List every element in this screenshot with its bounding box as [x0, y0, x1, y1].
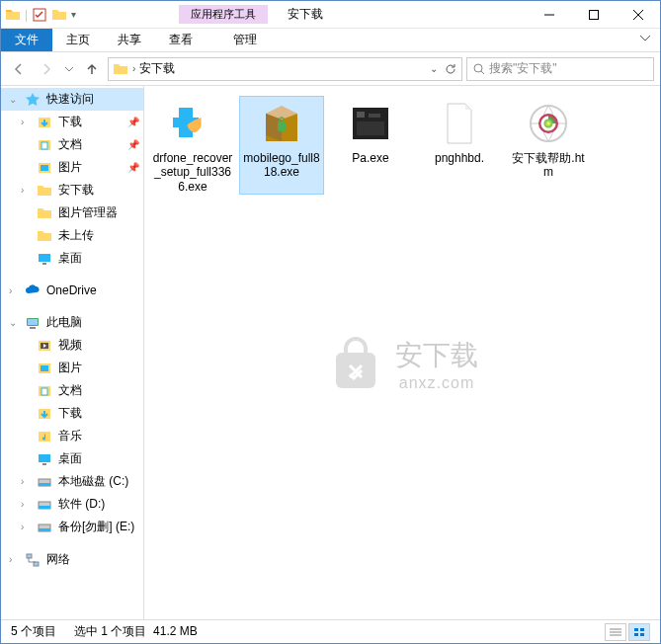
context-tab-label: 应用程序工具: [179, 5, 268, 24]
desktop-icon: [37, 251, 52, 267]
svg-rect-51: [640, 633, 644, 636]
chevron-icon[interactable]: ›: [21, 522, 31, 532]
tab-share[interactable]: 共享: [104, 29, 155, 51]
file-name: mobilego_full818.exe: [241, 151, 322, 180]
status-item-count: 5 个项目: [11, 623, 56, 640]
sidebar-item[interactable]: 桌面: [1, 247, 143, 270]
breadcrumb-chevron-icon[interactable]: ›: [132, 63, 135, 74]
sidebar-item[interactable]: 图片📌: [1, 156, 143, 179]
file-name: pnghhbd.: [435, 151, 484, 165]
minimize-button[interactable]: [527, 1, 571, 29]
tab-file[interactable]: 文件: [1, 29, 52, 51]
address-bar[interactable]: › 安下载 ⌄: [108, 57, 462, 81]
sidebar-item[interactable]: 视频: [1, 334, 143, 357]
file-item[interactable]: Pa.exe: [328, 96, 413, 195]
svg-rect-34: [34, 562, 39, 566]
svg-rect-25: [39, 454, 50, 462]
download-icon: [37, 115, 52, 130]
up-button[interactable]: [80, 57, 104, 81]
chevron-icon[interactable]: ›: [21, 476, 31, 487]
chevron-icon[interactable]: ›: [21, 117, 31, 127]
sidebar-item-label: 桌面: [58, 450, 82, 467]
watermark-text: 安下载: [395, 337, 478, 374]
chevron-down-icon[interactable]: ⌄: [9, 94, 19, 105]
sidebar-item[interactable]: ›安下载: [1, 179, 143, 201]
chevron-right-icon[interactable]: ›: [9, 285, 19, 296]
sidebar-item-label: 安下载: [58, 182, 94, 199]
chevron-icon[interactable]: ›: [21, 499, 31, 510]
network-icon: [25, 552, 41, 568]
sidebar-item[interactable]: 音乐: [1, 425, 143, 447]
sidebar-item[interactable]: 图片: [1, 357, 143, 379]
breadcrumb-segment[interactable]: 安下载: [139, 60, 175, 77]
tab-home[interactable]: 主页: [52, 29, 104, 51]
close-button[interactable]: [616, 1, 660, 29]
svg-rect-33: [27, 554, 32, 558]
sidebar-item[interactable]: ›软件 (D:): [1, 493, 143, 516]
sidebar-item-label: 图片管理器: [58, 204, 118, 221]
ribbon-expand-button[interactable]: [630, 29, 660, 51]
address-dropdown-icon[interactable]: ⌄: [430, 63, 438, 74]
sidebar-quick-access[interactable]: ⌄ 快速访问: [1, 88, 143, 111]
sidebar-item[interactable]: 下载: [1, 402, 143, 425]
titlebar: | ▾ 应用程序工具 安下载: [1, 1, 660, 29]
sidebar-onedrive[interactable]: › OneDrive: [1, 280, 143, 301]
file-icon: [436, 100, 483, 147]
svg-rect-41: [357, 121, 384, 135]
svg-line-6: [481, 71, 484, 74]
refresh-button[interactable]: [444, 62, 457, 76]
view-details-button[interactable]: [605, 623, 626, 641]
sidebar-item-label: 文档: [58, 136, 82, 153]
maximize-button[interactable]: [571, 1, 616, 29]
chevron-down-icon[interactable]: ⌄: [9, 317, 19, 328]
svg-rect-28: [39, 483, 50, 486]
view-icons-button[interactable]: [628, 623, 650, 641]
svg-rect-2: [589, 10, 598, 19]
tab-view[interactable]: 查看: [155, 29, 207, 51]
qat-folder-icon[interactable]: [51, 7, 67, 23]
sidebar-item-label: 本地磁盘 (C:): [58, 473, 128, 490]
sidebar-item-label: 图片: [58, 360, 82, 376]
sidebar-item[interactable]: ›本地磁盘 (C:): [1, 470, 143, 493]
forward-button[interactable]: [35, 57, 58, 81]
watermark: 安下载 anxz.com: [326, 335, 478, 394]
sidebar-item-label: 视频: [58, 337, 82, 354]
chevron-right-icon[interactable]: ›: [9, 554, 19, 565]
svg-rect-9: [41, 142, 47, 149]
back-button[interactable]: [7, 57, 31, 81]
search-input[interactable]: 搜索"安下载": [466, 57, 654, 81]
pin-icon: 📌: [127, 162, 139, 173]
pic-icon: [37, 361, 52, 376]
recent-dropdown[interactable]: [62, 57, 76, 81]
svg-rect-40: [369, 114, 380, 118]
file-item[interactable]: mobilego_full818.exe: [239, 96, 324, 195]
pin-icon: 📌: [127, 139, 139, 150]
svg-rect-30: [39, 506, 50, 509]
checkbox-icon[interactable]: [32, 7, 47, 23]
sidebar-network[interactable]: › 网络: [1, 548, 143, 571]
sidebar-item[interactable]: 桌面: [1, 447, 143, 470]
file-item[interactable]: drfone_recover_setup_full3366.exe: [150, 96, 235, 195]
sidebar-item[interactable]: 文档📌: [1, 133, 143, 156]
sidebar-item[interactable]: ›下载📌: [1, 111, 143, 133]
sidebar-item[interactable]: 图片管理器: [1, 201, 143, 224]
file-icon: [347, 100, 394, 147]
file-list[interactable]: drfone_recover_setup_full3366.exemobileg…: [144, 86, 660, 619]
sidebar-item-label: 软件 (D:): [58, 496, 105, 513]
search-placeholder: 搜索"安下载": [489, 60, 557, 77]
search-icon: [473, 63, 485, 75]
file-item[interactable]: pnghhbd.: [417, 96, 502, 195]
sidebar-item[interactable]: ›备份[勿删] (E:): [1, 516, 143, 538]
svg-rect-13: [42, 263, 46, 265]
sidebar-this-pc[interactable]: ⌄ 此电脑: [1, 311, 143, 334]
qat-dropdown-icon[interactable]: ▾: [71, 9, 76, 20]
sidebar-item[interactable]: 文档: [1, 379, 143, 402]
sidebar-item[interactable]: 未上传: [1, 224, 143, 247]
desktop-icon: [37, 451, 52, 467]
tab-manage[interactable]: 管理: [219, 29, 271, 51]
svg-point-5: [474, 64, 482, 72]
sidebar-item-label: 图片: [58, 159, 82, 176]
disk-icon: [37, 520, 52, 535]
chevron-icon[interactable]: ›: [21, 185, 31, 196]
file-item[interactable]: 安下载帮助.htm: [506, 96, 591, 195]
